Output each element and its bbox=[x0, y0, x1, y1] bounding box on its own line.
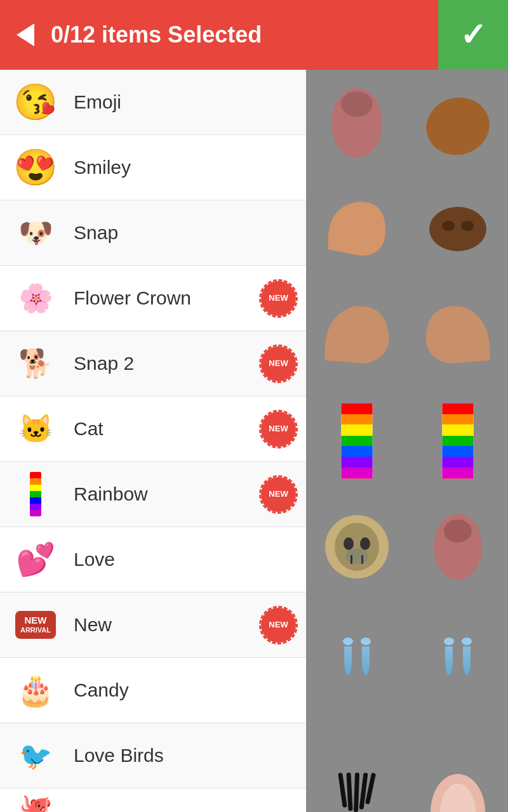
preview-cell-4 bbox=[407, 176, 508, 282]
list-icon-cat: 🐱 bbox=[10, 403, 61, 454]
list-item-candy[interactable]: 🎂 Candy bbox=[0, 658, 306, 723]
preview-cell-9 bbox=[306, 494, 407, 600]
preview-cell-14 bbox=[407, 706, 508, 812]
preview-cell-5 bbox=[306, 282, 407, 388]
list-item-cat[interactable]: 🐱 Cat NEW bbox=[0, 396, 306, 462]
svg-point-2 bbox=[423, 91, 493, 155]
preview-fluffy-face bbox=[322, 512, 392, 582]
preview-cell-7 bbox=[306, 388, 407, 494]
list-item-snap2[interactable]: 🐕 Snap 2 NEW bbox=[0, 331, 306, 396]
list-label-flower-crown: Flower Crown bbox=[74, 287, 261, 309]
new-badge-text-cat: NEW bbox=[269, 424, 288, 434]
list-icon-emoji: 😘 bbox=[10, 77, 61, 128]
app-header: 0/12 items Selected ✓ bbox=[0, 0, 508, 70]
list-item-extra[interactable]: 🐙 bbox=[0, 789, 306, 812]
new-badge-text-new: NEW bbox=[269, 620, 288, 630]
preview-cell-13 bbox=[306, 706, 407, 812]
preview-dog-ear-2 bbox=[322, 199, 392, 259]
list-label-rainbow: Rainbow bbox=[74, 483, 261, 505]
list-item-emoji[interactable]: 😘 Emoji bbox=[0, 70, 306, 135]
new-badge-snap2: NEW bbox=[261, 346, 296, 381]
list-icon-love-birds: 🐦 bbox=[10, 730, 61, 781]
list-item-smiley[interactable]: 😍 Smiley bbox=[0, 135, 306, 200]
svg-rect-12 bbox=[361, 555, 363, 564]
list-label-new: New bbox=[74, 614, 261, 636]
list-item-rainbow[interactable]: Rainbow NEW bbox=[0, 462, 306, 527]
list-item-snap[interactable]: 🐶 Snap bbox=[0, 200, 306, 266]
list-icon-extra: 🐙 bbox=[10, 782, 61, 813]
preview-dog-nose-1 bbox=[325, 85, 389, 161]
preview-dog-nose-2 bbox=[426, 204, 490, 254]
svg-point-3 bbox=[429, 207, 486, 251]
preview-dog-ear-4 bbox=[423, 303, 493, 367]
list-label-snap: Snap bbox=[74, 222, 296, 244]
list-label-candy: Candy bbox=[74, 679, 296, 701]
svg-point-10 bbox=[345, 549, 368, 564]
preview-cell-1 bbox=[306, 70, 407, 176]
list-label-cat: Cat bbox=[74, 418, 261, 440]
preview-cell-8 bbox=[407, 388, 508, 494]
list-icon-candy: 🎂 bbox=[10, 665, 61, 716]
new-badge-flower-crown: NEW bbox=[261, 281, 296, 316]
list-icon-new: NEW ARRIVAL bbox=[10, 599, 61, 650]
new-badge-text-rainbow: NEW bbox=[269, 489, 288, 499]
list-label-snap2: Snap 2 bbox=[74, 353, 261, 374]
list-icon-snap2: 🐕 bbox=[10, 338, 61, 389]
back-icon bbox=[17, 23, 34, 46]
list-label-emoji: Emoji bbox=[74, 91, 296, 113]
new-badge-rainbow: NEW bbox=[261, 477, 296, 512]
tears-left bbox=[343, 638, 371, 675]
list-item-love-birds[interactable]: 🐦 Love Birds bbox=[0, 723, 306, 789]
new-badge-text-snap2: NEW bbox=[269, 358, 288, 369]
preview-cell-6 bbox=[407, 282, 508, 388]
preview-panel bbox=[306, 70, 508, 812]
main-content: 😘 Emoji 😍 Smiley 🐶 Snap 🌸 Flower Crown N… bbox=[0, 70, 508, 812]
header-title: 0/12 items Selected bbox=[51, 22, 438, 48]
svg-point-9 bbox=[360, 537, 370, 550]
svg-point-5 bbox=[461, 221, 474, 231]
category-list: 😘 Emoji 😍 Smiley 🐶 Snap 🌸 Flower Crown N… bbox=[0, 70, 306, 812]
rainbow-strip-left bbox=[341, 403, 373, 479]
confirm-button[interactable]: ✓ bbox=[438, 0, 508, 70]
list-icon-smiley: 😍 bbox=[10, 142, 61, 193]
eyelashes bbox=[340, 773, 373, 812]
list-icon-rainbow bbox=[10, 469, 61, 520]
preview-nose-pink-2 bbox=[429, 512, 486, 582]
list-label-love-birds: Love Birds bbox=[74, 745, 296, 766]
preview-dog-ear-1 bbox=[423, 91, 493, 155]
list-icon-love: 💕 bbox=[10, 534, 61, 585]
list-item-new[interactable]: NEW ARRIVAL New NEW bbox=[0, 593, 306, 658]
svg-point-14 bbox=[444, 520, 472, 542]
new-badge-new: NEW bbox=[261, 608, 296, 643]
checkmark-icon: ✓ bbox=[460, 19, 486, 51]
preview-cell-3 bbox=[306, 176, 407, 282]
svg-point-1 bbox=[341, 91, 373, 117]
svg-rect-11 bbox=[351, 555, 352, 564]
list-icon-snap: 🐶 bbox=[10, 207, 61, 258]
preview-cell-10 bbox=[407, 494, 508, 600]
preview-cell-12 bbox=[407, 600, 508, 706]
back-button[interactable] bbox=[0, 0, 51, 70]
preview-pink-ear bbox=[429, 764, 486, 812]
tears-right bbox=[444, 638, 472, 675]
list-label-love: Love bbox=[74, 549, 296, 570]
svg-point-8 bbox=[344, 537, 354, 550]
rainbow-strip-right bbox=[442, 403, 474, 479]
preview-cell-11 bbox=[306, 600, 407, 706]
preview-dog-ear-3 bbox=[322, 303, 392, 367]
new-badge-text: NEW bbox=[269, 293, 288, 303]
list-item-flower-crown[interactable]: 🌸 Flower Crown NEW bbox=[0, 266, 306, 331]
svg-point-4 bbox=[442, 221, 455, 231]
list-icon-flower-crown: 🌸 bbox=[10, 273, 61, 324]
preview-cell-2 bbox=[407, 70, 508, 176]
list-label-smiley: Smiley bbox=[74, 157, 296, 178]
new-badge-cat: NEW bbox=[261, 412, 296, 447]
list-item-love[interactable]: 💕 Love bbox=[0, 527, 306, 593]
